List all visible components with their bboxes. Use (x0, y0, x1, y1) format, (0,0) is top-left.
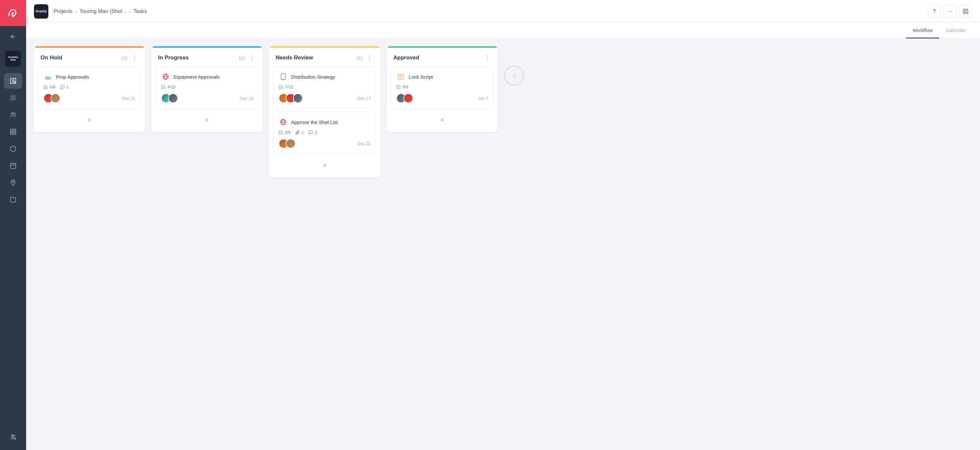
column-needs-review: Needs Review (1) ⋮ Distribution Strateg (269, 46, 380, 177)
card-equipment-approvals-header: Equipment Approvals (161, 72, 253, 81)
sidebar-item-calendar[interactable] (4, 158, 22, 174)
card-approve-shot-list-title: Approve the Shot List (291, 119, 338, 125)
card-equipment-approvals-title: Equipment Approvals (173, 74, 220, 79)
sidebar-logo (0, 0, 26, 26)
card-distribution-strategy-footer: Dec 17 (278, 93, 371, 103)
column-on-hold-count: (2) (121, 55, 127, 61)
column-in-progress-header: In Progress (2) ⋮ (151, 48, 262, 67)
card-distribution-strategy[interactable]: Distribution Strategy 7/13 (273, 67, 376, 109)
sidebar-item-radial[interactable] (4, 141, 22, 157)
add-card-in-progress[interactable]: + (156, 112, 259, 128)
sidebar-item-back[interactable] (4, 29, 22, 44)
column-on-hold-title: On Hold (40, 54, 119, 61)
avatar (293, 93, 303, 103)
svg-point-32 (45, 78, 51, 79)
column-on-hold-menu[interactable]: ⋮ (130, 54, 138, 62)
view-tabs: Workflow Calendar (26, 23, 980, 38)
sidebar-nav: TOURING MAN (4, 26, 22, 429)
globe-icon (161, 72, 170, 81)
card-equipment-checklist-text: 4/10 (167, 84, 175, 89)
svg-point-28 (12, 436, 13, 437)
sidebar-item-team[interactable] (4, 107, 22, 123)
help-button[interactable]: ? (928, 5, 941, 18)
breadcrumb-sep-2: › (129, 8, 130, 14)
tab-calendar[interactable]: Calendar (939, 23, 972, 38)
svg-point-1 (12, 16, 14, 17)
kanban-board: On Hold (2) ⋮ Prop App (26, 38, 980, 450)
card-lock-script[interactable]: Lock Script 5/9 Jan 7 (391, 67, 494, 109)
phone-icon (278, 72, 288, 81)
card-equipment-approvals-avatars (161, 93, 178, 103)
column-needs-review-menu[interactable]: ⋮ (365, 54, 374, 62)
column-needs-review-count: (1) (357, 55, 363, 61)
card-shot-list-comments: 2 (309, 130, 317, 135)
add-column-button[interactable]: + (504, 66, 524, 86)
sidebar-item-kanban[interactable] (4, 73, 22, 89)
card-prop-approvals-title: Prop Approvals (56, 74, 89, 79)
svg-point-9 (14, 113, 15, 114)
breadcrumb-sep-1: › (75, 8, 77, 14)
card-distribution-strategy-date: Dec 17 (357, 96, 371, 101)
card-approve-shot-list-meta: 3/5 1 2 (278, 130, 371, 135)
column-on-hold: On Hold (2) ⋮ Prop App (34, 46, 145, 132)
card-lock-script-header: Lock Script (396, 72, 488, 81)
card-shot-list-checklist-text: 3/5 (285, 130, 291, 135)
column-approved-menu[interactable]: ⋮ (483, 54, 491, 62)
hat-icon (43, 72, 52, 81)
svg-rect-3 (14, 78, 16, 82)
add-card-needs-review[interactable]: + (273, 157, 376, 174)
card-shot-list-comments-text: 2 (315, 130, 317, 135)
svg-point-8 (11, 112, 13, 114)
card-approve-shot-list-header: Approve the Shot List (278, 117, 371, 127)
main-content: Gravity Projects › Touring Man (Shot .. … (26, 0, 980, 450)
card-prop-approvals-avatars (43, 93, 60, 103)
card-lock-script-meta: 5/9 (396, 84, 488, 89)
add-card-on-hold[interactable]: + (38, 112, 141, 128)
globe2-icon (278, 117, 288, 127)
sidebar-item-settings[interactable] (4, 429, 22, 445)
header-logo-text: Gravity (36, 10, 47, 13)
svg-point-20 (13, 181, 14, 183)
card-distribution-checklist-text: 7/13 (285, 84, 293, 89)
card-prop-approvals-comments-text: 1 (66, 84, 68, 89)
card-prop-approvals-checklist-text: 4/8 (50, 84, 56, 89)
column-in-progress-body: Equipment Approvals 4/10 Dec 19 (151, 67, 262, 132)
sidebar-item-table[interactable] (4, 124, 22, 139)
breadcrumb-project[interactable]: Touring Man (Shot .. (80, 8, 126, 14)
breadcrumb-projects[interactable]: Projects (54, 8, 73, 14)
expand-button[interactable] (959, 5, 972, 18)
sidebar-item-map[interactable] (4, 175, 22, 190)
add-card-approved[interactable]: + (391, 112, 494, 128)
sidebar-bottom (4, 429, 22, 450)
card-prop-approvals-header: Prop Approvals (43, 72, 135, 81)
card-distribution-strategy-title: Distribution Strategy (291, 74, 335, 79)
svg-rect-10 (10, 129, 16, 135)
sidebar-project-thumb[interactable]: TOURING MAN (5, 51, 21, 67)
card-lock-script-footer: Jan 7 (396, 93, 488, 103)
card-prop-approvals-meta: 4/8 1 (43, 84, 135, 89)
card-approve-shot-list-avatars (278, 139, 296, 149)
sidebar-item-list[interactable] (4, 90, 22, 106)
more-button[interactable]: ··· (943, 5, 956, 18)
breadcrumb: Projects › Touring Man (Shot .. › Tasks (54, 8, 147, 14)
svg-rect-4 (14, 82, 16, 84)
svg-rect-16 (10, 163, 16, 169)
card-approve-shot-list[interactable]: Approve the Shot List 3/5 1 (273, 112, 376, 154)
card-shot-list-attachments-text: 1 (302, 130, 304, 135)
svg-rect-2 (10, 78, 13, 84)
sidebar: TOURING MAN (0, 0, 26, 450)
avatar (168, 93, 178, 103)
tab-workflow[interactable]: Workflow (906, 23, 939, 38)
card-prop-approvals[interactable]: Prop Approvals 4/8 1 (38, 67, 141, 109)
card-equipment-approvals[interactable]: Equipment Approvals 4/10 Dec 19 (156, 67, 259, 109)
column-approved-title: Approved (393, 54, 477, 61)
sidebar-item-files[interactable] (4, 192, 22, 208)
card-prop-approvals-comments: 1 (60, 84, 68, 89)
card-approve-shot-list-date: Dec 20 (357, 141, 371, 146)
card-equipment-approvals-date: Dec 19 (240, 96, 253, 101)
svg-point-29 (14, 438, 16, 440)
card-lock-script-checklist: 5/9 (396, 84, 408, 89)
card-equipment-approvals-checklist: 4/10 (161, 84, 175, 89)
avatar (403, 93, 413, 103)
column-in-progress-menu[interactable]: ⋮ (248, 54, 256, 62)
